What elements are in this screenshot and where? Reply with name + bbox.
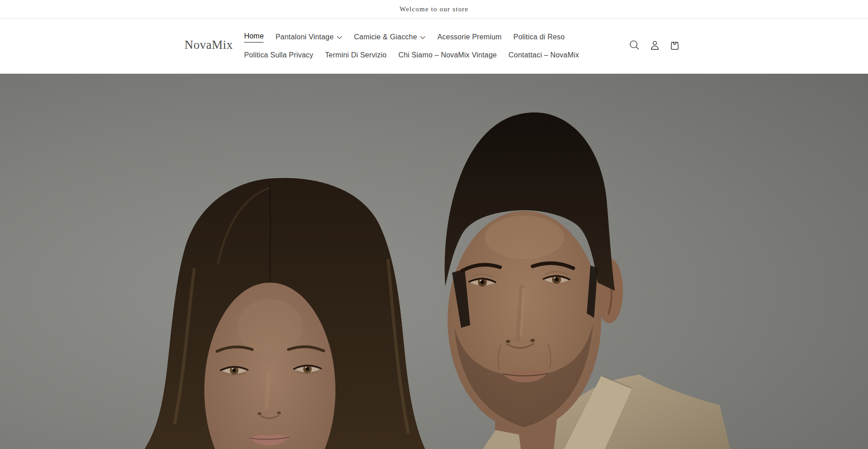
chevron-down-icon: [420, 36, 425, 39]
main-nav-row-1: Home Pantaloni Vintage Camicie & Giacche…: [244, 32, 565, 43]
nav-item-termini-di-servizio[interactable]: Termini Di Servizio: [325, 51, 387, 60]
chevron-down-icon: [337, 36, 342, 39]
nav-item-acessorie-premium[interactable]: Acessorie Premium: [437, 33, 501, 42]
cart-button[interactable]: [665, 35, 684, 55]
nav-item-contattaci[interactable]: Contattaci – NovaMix: [509, 51, 579, 60]
nav-item-chi-siamo[interactable]: Chi Siamo – NovaMix Vintage: [398, 51, 497, 60]
cart-icon: [669, 39, 680, 52]
store-logo[interactable]: NovaMix: [184, 39, 233, 51]
nav-item-politica-di-reso[interactable]: Politica di Reso: [514, 33, 565, 42]
nav-item-home[interactable]: Home: [244, 32, 264, 43]
main-nav-row-2: Politica Sulla Privacy Termini Di Serviz…: [244, 51, 579, 60]
announcement-text: Welcome to our store: [400, 5, 468, 13]
search-icon: [628, 39, 641, 52]
nav-item-camicie-giacche[interactable]: Camicie & Giacche: [354, 33, 425, 42]
search-button[interactable]: [624, 35, 644, 55]
hero-portrait-illustration: [0, 74, 868, 449]
nav-item-pantaloni-vintage[interactable]: Pantaloni Vintage: [275, 33, 342, 42]
announcement-bar: Welcome to our store: [0, 0, 868, 19]
account-icon: [649, 40, 660, 51]
account-button[interactable]: [645, 35, 665, 55]
hero-image: [0, 74, 868, 449]
studio-backdrop: [0, 74, 868, 449]
site-header: NovaMix Home Pantaloni Vintage Camicie &…: [0, 19, 868, 74]
nav-item-politica-sulla-privacy[interactable]: Politica Sulla Privacy: [244, 51, 313, 60]
